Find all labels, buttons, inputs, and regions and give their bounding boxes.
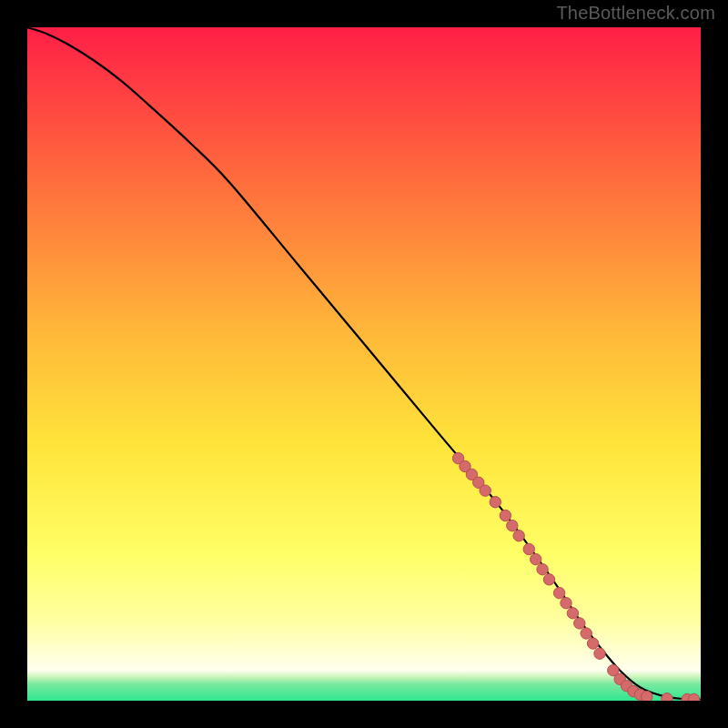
data-marker (561, 598, 571, 609)
plot-area (27, 27, 701, 701)
data-marker (574, 618, 585, 629)
data-marker (581, 628, 592, 639)
data-marker (642, 691, 652, 701)
data-marker (662, 693, 672, 701)
data-marker (553, 587, 564, 598)
data-marker (507, 520, 518, 531)
data-marker (587, 638, 598, 649)
data-marker (480, 485, 490, 496)
data-marker (543, 574, 554, 585)
data-marker (513, 531, 524, 541)
data-marker (490, 497, 500, 508)
attribution-text: TheBottleneck.com (556, 3, 715, 24)
data-marker (500, 510, 511, 521)
chart-wrapper: TheBottleneck.com (0, 0, 728, 728)
data-marker (594, 648, 605, 659)
chart-svg (27, 27, 701, 701)
data-marker (688, 693, 699, 701)
data-marker (531, 553, 541, 564)
data-marker (523, 543, 534, 554)
data-marker (567, 608, 578, 619)
data-marker (537, 564, 548, 575)
gradient-background (27, 27, 701, 701)
